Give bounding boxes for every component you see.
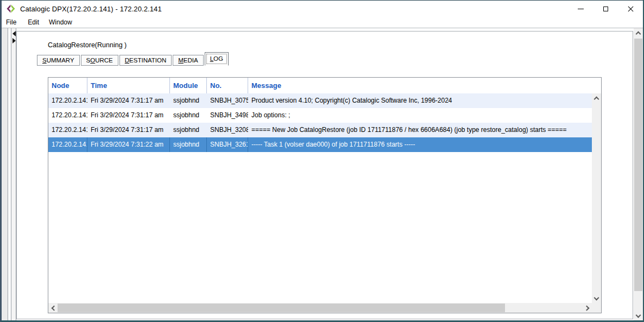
menu-window[interactable]: Window bbox=[44, 17, 77, 28]
menu-bar: File Edit Window bbox=[2, 17, 643, 28]
cell-time: Fri 3/29/2024 7:31:17 am bbox=[87, 93, 170, 108]
scroll-down-icon bbox=[594, 295, 599, 300]
window-vertical-scrollbar[interactable] bbox=[634, 28, 643, 320]
menu-edit[interactable]: Edit bbox=[23, 17, 44, 28]
cell-node: 172.20.2.141 bbox=[48, 123, 87, 137]
job-status-title: CatalogRestore(Running ) bbox=[48, 41, 127, 49]
cell-time: Fri 3/29/2024 7:31:17 am bbox=[87, 108, 170, 123]
window-title: Catalogic DPX(172.20.2.141) - 172.20.2.1… bbox=[20, 5, 162, 13]
horizontal-scrollbar-thumb[interactable] bbox=[58, 304, 505, 312]
scrollbar-corner bbox=[592, 303, 601, 313]
cell-module: ssjobhnd bbox=[170, 93, 207, 108]
scroll-down-button[interactable] bbox=[634, 311, 643, 320]
expand-right-icon[interactable] bbox=[12, 38, 16, 43]
scroll-right-button[interactable] bbox=[583, 303, 592, 313]
cell-no: SNBJH_3075J bbox=[207, 93, 248, 108]
column-header-time: Time bbox=[87, 78, 170, 93]
column-header-node: Node bbox=[48, 78, 87, 93]
scroll-right-icon bbox=[584, 305, 589, 311]
cell-node: 172.20.2.141 bbox=[48, 137, 87, 152]
collapse-left-icon[interactable] bbox=[12, 31, 16, 36]
cell-message: Product version 4.10; Copyright(c) Catal… bbox=[248, 93, 601, 108]
log-vertical-scrollbar[interactable] bbox=[592, 93, 601, 303]
cell-message: Job options: ; bbox=[248, 108, 601, 123]
job-monitor-panel: CatalogRestore(Running ) SUMMARY SOURCE … bbox=[16, 31, 633, 319]
menu-file[interactable]: File bbox=[6, 17, 23, 28]
cell-time: Fri 3/29/2024 7:31:17 am bbox=[87, 123, 170, 137]
close-button[interactable] bbox=[618, 1, 643, 17]
cell-no: SNBJH_3261J bbox=[207, 137, 248, 152]
scroll-left-icon bbox=[51, 305, 56, 311]
scroll-down-icon bbox=[636, 312, 641, 318]
cell-node: 172.20.2.141 bbox=[48, 93, 87, 108]
log-table: Node Time Module No. Message 172.20.2.14… bbox=[48, 77, 602, 313]
log-table-header: Node Time Module No. Message bbox=[48, 78, 601, 93]
cell-module: ssjobhnd bbox=[170, 137, 207, 152]
cell-node: 172.20.2.141 bbox=[48, 108, 87, 123]
tab-destination[interactable]: DESTINATION bbox=[119, 55, 172, 66]
cell-message: ----- Task 1 (volser dae000) of job 1711… bbox=[248, 137, 601, 152]
maximize-button[interactable] bbox=[593, 1, 618, 17]
cell-module: ssjobhnd bbox=[170, 123, 207, 137]
log-row-2[interactable]: 172.20.2.141 Fri 3/29/2024 7:31:17 am ss… bbox=[48, 108, 601, 123]
title-bar: Catalogic DPX(172.20.2.141) - 172.20.2.1… bbox=[2, 1, 643, 17]
scroll-up-button[interactable] bbox=[634, 28, 643, 37]
cell-message: ===== New Job CatalogRestore (job ID 171… bbox=[248, 123, 601, 137]
scroll-up-icon bbox=[594, 96, 599, 102]
cell-no: SNBJH_3498J bbox=[207, 108, 248, 123]
column-header-message: Message bbox=[248, 78, 601, 93]
split-pane-divider[interactable] bbox=[11, 28, 16, 320]
cell-module: ssjobhnd bbox=[170, 108, 207, 123]
scroll-up-button[interactable] bbox=[592, 93, 601, 103]
main-region: CatalogRestore(Running ) SUMMARY SOURCE … bbox=[2, 28, 643, 320]
tab-source[interactable]: SOURCE bbox=[81, 55, 118, 66]
column-header-no: No. bbox=[207, 78, 248, 93]
scroll-down-button[interactable] bbox=[592, 294, 601, 303]
catalogic-logo-icon bbox=[7, 4, 15, 13]
tab-strip: SUMMARY SOURCE DESTINATION MEDIA LOG bbox=[37, 52, 230, 66]
maximize-icon bbox=[603, 7, 608, 11]
log-row-1[interactable]: 172.20.2.141 Fri 3/29/2024 7:31:17 am ss… bbox=[48, 93, 601, 108]
vertical-scrollbar-thumb[interactable] bbox=[634, 39, 642, 291]
splitter-arrows bbox=[12, 29, 16, 45]
log-row-4-selected[interactable]: 172.20.2.141 Fri 3/29/2024 7:31:22 am ss… bbox=[48, 137, 601, 152]
scroll-up-icon bbox=[636, 31, 641, 36]
column-header-module: Module bbox=[170, 78, 207, 93]
app-window: Catalogic DPX(172.20.2.141) - 172.20.2.1… bbox=[0, 0, 644, 322]
cell-time: Fri 3/29/2024 7:31:22 am bbox=[87, 137, 170, 152]
close-icon bbox=[627, 5, 634, 12]
window-controls bbox=[568, 1, 643, 17]
log-horizontal-scrollbar[interactable] bbox=[48, 303, 592, 313]
log-row-3[interactable]: 172.20.2.141 Fri 3/29/2024 7:31:17 am ss… bbox=[48, 123, 601, 137]
minimize-button[interactable] bbox=[568, 1, 593, 17]
tab-summary[interactable]: SUMMARY bbox=[37, 55, 80, 66]
scroll-left-button[interactable] bbox=[48, 303, 58, 313]
cell-no: SNBJH_3208J bbox=[207, 123, 248, 137]
tab-log[interactable]: LOG bbox=[205, 52, 229, 66]
tab-media[interactable]: MEDIA bbox=[173, 55, 203, 66]
left-collapsed-panel bbox=[2, 28, 8, 320]
minimize-icon bbox=[578, 9, 584, 9]
